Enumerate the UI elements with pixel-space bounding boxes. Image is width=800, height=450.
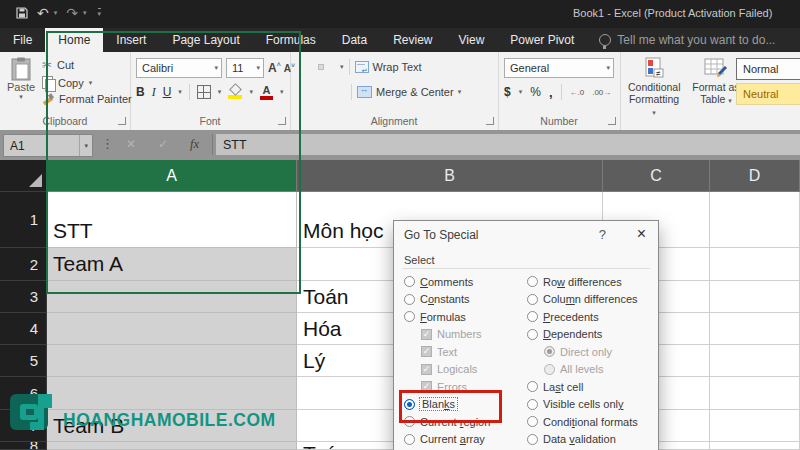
wrap-text-button[interactable]: Wrap Text <box>355 61 422 73</box>
row-header-6[interactable]: 6 <box>0 377 47 410</box>
cell-D8[interactable] <box>710 442 800 450</box>
bold-button[interactable]: B <box>136 85 145 99</box>
dialog-option-text[interactable]: ✓Text <box>421 343 524 361</box>
increase-decimal-button[interactable]: ←.0 <box>570 88 585 97</box>
borders-dropdown-icon[interactable]: ▾ <box>218 88 222 96</box>
align-right-button[interactable] <box>318 89 324 95</box>
dialog-option-logicals[interactable]: ✓Logicals <box>421 361 524 379</box>
radio-constants[interactable] <box>404 294 415 305</box>
row-header-7[interactable]: 7 <box>0 410 47 442</box>
paste-button[interactable]: Paste ▾ <box>4 57 38 101</box>
dialog-option-all-levels[interactable]: All levels <box>544 361 655 379</box>
increase-indent-button[interactable] <box>340 89 346 95</box>
conditional-formatting-button[interactable]: ≠ ConditionalFormatting ▾ <box>628 57 680 119</box>
cut-button[interactable]: ✂Cut <box>42 58 132 72</box>
dialog-option-last-cell[interactable]: Last cell <box>527 378 655 396</box>
cell-A8[interactable] <box>47 442 297 450</box>
column-header-b[interactable]: B <box>297 160 603 192</box>
radio-current-array[interactable] <box>404 434 415 445</box>
cell-D3[interactable] <box>710 281 800 313</box>
redo-dropdown-icon[interactable]: ▾ <box>83 9 87 17</box>
radio-precedents[interactable] <box>527 311 538 322</box>
dialog-option-comments[interactable]: Comments <box>404 273 524 291</box>
cell-D2[interactable] <box>710 248 800 281</box>
tab-review[interactable]: Review <box>380 28 445 52</box>
radio-current-region[interactable] <box>404 416 415 427</box>
row-header-3[interactable]: 3 <box>0 281 47 313</box>
cell-A1[interactable]: STT <box>47 192 297 248</box>
dialog-option-conditional-formats[interactable]: Conditional formats <box>527 413 655 431</box>
cell-A5[interactable] <box>47 345 297 377</box>
dialog-option-visible-cells-only[interactable]: Visible cells only <box>527 396 655 414</box>
dialog-close-button[interactable]: × <box>637 225 646 243</box>
cell-D6[interactable] <box>710 377 800 410</box>
tell-me-box[interactable]: Tell me what you want to do... <box>599 28 775 52</box>
radio-row-differences[interactable] <box>527 276 538 287</box>
dialog-option-constants[interactable]: Constants <box>404 291 524 309</box>
cancel-icon[interactable]: ✕ <box>126 137 136 151</box>
tab-home[interactable]: Home <box>45 28 103 52</box>
save-icon[interactable] <box>16 7 28 19</box>
borders-icon[interactable] <box>197 85 211 99</box>
cell-D7[interactable] <box>710 410 800 442</box>
row-header-1[interactable]: 1 <box>0 192 47 248</box>
format-painter-button[interactable]: Format Painter <box>42 93 132 105</box>
cell-D5[interactable] <box>710 345 800 377</box>
currency-button[interactable]: $ <box>504 85 511 99</box>
fill-color-dropdown-icon[interactable]: ▾ <box>249 88 253 96</box>
cell-D4[interactable] <box>710 313 800 345</box>
font-name-dropdown-icon[interactable]: ▾ <box>209 64 218 72</box>
tab-view[interactable]: View <box>446 28 498 52</box>
tab-file[interactable]: File <box>0 28 45 52</box>
format-as-table-dropdown-icon[interactable]: ▾ <box>728 97 732 104</box>
checkbox-errors[interactable]: ✓ <box>421 381 432 392</box>
enter-icon[interactable]: ✓ <box>158 137 168 151</box>
row-header-2[interactable]: 2 <box>0 248 47 281</box>
dialog-option-row-differences[interactable]: Row differences <box>527 273 655 291</box>
row-header-8[interactable]: 8 <box>0 442 47 450</box>
conditional-formatting-dropdown-icon[interactable]: ▾ <box>652 109 656 116</box>
checkbox-text[interactable]: ✓ <box>421 346 432 357</box>
copy-dropdown-icon[interactable]: ▾ <box>89 79 93 87</box>
decrease-decimal-button[interactable]: .00→ <box>592 88 611 97</box>
align-bottom-button[interactable] <box>318 64 324 70</box>
column-header-a[interactable]: A <box>47 160 297 192</box>
orientation-button[interactable] <box>329 64 335 70</box>
decrease-indent-button[interactable] <box>329 89 335 95</box>
insert-function-button[interactable]: fx <box>190 137 199 152</box>
number-format-dropdown-icon[interactable]: ▾ <box>601 64 610 72</box>
font-name-combo[interactable]: Calibri▾ <box>136 58 222 78</box>
merge-center-button[interactable]: Merge & Center▾ <box>357 86 461 98</box>
radio-visible-cells-only[interactable] <box>527 399 538 410</box>
dialog-option-direct-only[interactable]: Direct only <box>544 343 655 361</box>
dialog-option-formulas[interactable]: Formulas <box>404 308 524 326</box>
radio-all-levels[interactable] <box>544 364 555 375</box>
percent-button[interactable]: % <box>530 85 541 99</box>
column-header-c[interactable]: C <box>603 160 710 192</box>
dialog-option-errors[interactable]: ✓Errors <box>421 378 524 396</box>
tab-power-pivot[interactable]: Power Pivot <box>497 28 587 52</box>
paste-dropdown-icon[interactable]: ▾ <box>4 93 38 101</box>
comma-button[interactable]: , <box>549 85 553 100</box>
align-center-button[interactable] <box>307 89 313 95</box>
format-as-table-button[interactable]: Format asTable ▾ <box>690 57 742 119</box>
radio-formulas[interactable] <box>404 311 415 322</box>
select-all-corner[interactable] <box>0 160 47 192</box>
cell-D1[interactable] <box>710 192 800 248</box>
cell-A4[interactable] <box>47 313 297 345</box>
column-header-d[interactable]: D <box>710 160 800 192</box>
dialog-option-current-region[interactable]: Current region <box>404 413 524 431</box>
font-color-button[interactable]: A <box>260 85 273 100</box>
radio-column-differences[interactable] <box>527 294 538 305</box>
align-middle-button[interactable] <box>307 64 313 70</box>
radio-blanks[interactable] <box>404 399 415 410</box>
copy-button[interactable]: Copy▾ <box>42 76 132 89</box>
redo-icon[interactable]: ↷ <box>66 5 78 21</box>
font-size-dropdown-icon[interactable]: ▾ <box>251 64 260 72</box>
dialog-option-blanks[interactable]: Blanks <box>404 396 524 414</box>
cell-style-neutral[interactable]: Neutral <box>736 83 800 105</box>
font-color-dropdown-icon[interactable]: ▾ <box>280 88 284 96</box>
alignment-dialog-launcher-icon[interactable] <box>486 117 494 125</box>
align-left-button[interactable] <box>296 89 302 95</box>
cell-A3[interactable] <box>47 281 297 313</box>
